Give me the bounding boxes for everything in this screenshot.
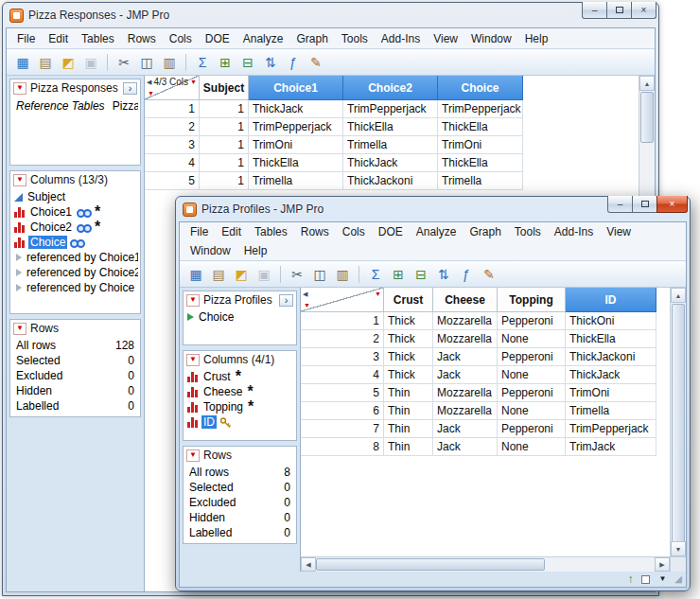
summary-tables-icon[interactable]: Σ [192, 52, 213, 73]
panel-expand-icon[interactable]: › [123, 82, 137, 95]
cell-crust[interactable]: Thick [384, 348, 433, 366]
cell-id[interactable]: ThickElla [566, 330, 656, 348]
menu-item[interactable]: Window [184, 242, 237, 259]
menu-item[interactable]: Edit [42, 30, 75, 47]
cell-choice2[interactable]: TrimPepperjack [343, 100, 438, 118]
menu-item[interactable]: File [184, 223, 215, 240]
cell-topping[interactable]: None [498, 438, 566, 456]
copy-icon[interactable]: ◫ [136, 52, 157, 73]
cell-topping[interactable]: Pepperoni [498, 348, 566, 366]
column-header-cheese[interactable]: Cheese [433, 288, 498, 312]
cell-crust[interactable]: Thin [384, 420, 433, 438]
row-number[interactable]: 6 [301, 402, 384, 420]
close-button[interactable]: × [656, 196, 688, 213]
resize-grip-icon[interactable]: ◢ [674, 574, 682, 584]
column-header-choice1[interactable]: Choice1 [249, 76, 343, 100]
formula-icon[interactable]: ƒ [283, 52, 304, 73]
column-item[interactable]: Choice2 * [12, 220, 138, 235]
cell-subject[interactable]: 1 [200, 118, 249, 136]
menu-item[interactable]: Edit [215, 223, 248, 240]
row-number[interactable]: 1 [145, 100, 200, 118]
cell-cheese[interactable]: Jack [433, 348, 498, 366]
new-journal-icon[interactable]: ▤ [208, 264, 229, 285]
new-data-table-icon[interactable]: ▦ [185, 264, 206, 285]
cell-subject[interactable]: 1 [200, 100, 249, 118]
copy-icon[interactable]: ◫ [309, 264, 330, 285]
cell-crust[interactable]: Thick [384, 312, 433, 330]
cell-id[interactable]: TrimPepperjack [566, 420, 656, 438]
table-row[interactable]: 1 Thick Mozzarella Pepperoni ThickOni [301, 312, 686, 330]
column-item[interactable]: Subject * [12, 189, 138, 204]
cell-choice[interactable]: ThickElla [438, 118, 523, 136]
join-tables-icon[interactable]: ⊟ [237, 52, 258, 73]
sort-icon[interactable]: ⇅ [260, 52, 281, 73]
horizontal-scrollbar[interactable]: ◀ ▶ [301, 556, 670, 572]
column-item[interactable]: referenced by Choice2 * [12, 265, 138, 280]
cell-crust[interactable]: Thick [384, 366, 433, 384]
menu-item[interactable]: View [427, 30, 464, 47]
cell-cheese[interactable]: Mozzarella [433, 402, 498, 420]
cell-crust[interactable]: Thin [384, 438, 433, 456]
sort-icon[interactable]: ⇅ [433, 264, 454, 285]
grid-corner[interactable]: ◀ 4/3 Cols ▼ ▼ [145, 76, 200, 100]
row-number[interactable]: 2 [145, 118, 200, 136]
table-row[interactable]: 5 1 Trimella ThickJackoni Trimella [145, 172, 655, 190]
cell-choice1[interactable]: ThickElla [249, 154, 343, 172]
cell-id[interactable]: ThickOni [566, 312, 656, 330]
formula-icon[interactable]: ƒ [456, 264, 477, 285]
maximize-button[interactable] [632, 196, 657, 213]
menu-item[interactable]: Tools [335, 30, 375, 47]
scroll-thumb[interactable] [316, 558, 545, 571]
menu-item[interactable]: Graph [289, 30, 334, 47]
menu-item[interactable]: Add-Ins [548, 223, 600, 240]
data-grid-icon[interactable]: ⊞ [215, 52, 236, 73]
cell-crust[interactable]: Thick [384, 330, 433, 348]
table-row[interactable]: 2 Thick Mozzarella None ThickElla [301, 330, 686, 348]
column-item[interactable]: Topping * [185, 399, 294, 414]
menu-item[interactable]: Cols [336, 223, 372, 240]
column-header-choice2[interactable]: Choice2 [343, 76, 438, 100]
menu-item[interactable]: Analyze [410, 223, 464, 240]
column-header-crust[interactable]: Crust [384, 288, 433, 312]
table-row[interactable]: 2 1 TrimPepperjack ThickElla ThickElla [145, 118, 655, 136]
red-triangle-menu-icon[interactable]: ▼ [13, 323, 26, 335]
cell-subject[interactable]: 1 [200, 172, 249, 190]
menu-item[interactable]: Rows [121, 30, 163, 47]
row-number[interactable]: 5 [301, 384, 384, 402]
column-item[interactable]: referenced by Choice1 * [12, 250, 138, 265]
cell-choice[interactable]: TrimPepperjack [438, 100, 523, 118]
menu-item[interactable]: Add-Ins [375, 30, 427, 47]
collapse-sidebar-icon[interactable]: ◀ [303, 291, 307, 297]
scroll-thumb[interactable] [640, 92, 654, 143]
new-data-table-icon[interactable]: ▦ [12, 52, 33, 73]
paste-icon[interactable]: ▥ [159, 52, 180, 73]
red-triangle-menu-icon[interactable]: ▼ [13, 174, 26, 186]
row-number[interactable]: 3 [145, 136, 200, 154]
cut-icon[interactable]: ✂ [287, 264, 307, 285]
table-row[interactable]: 7 Thin Jack Pepperoni TrimPepperjack [301, 420, 686, 438]
cell-id[interactable]: TrimJack [566, 438, 656, 456]
row-number[interactable]: 8 [301, 438, 384, 456]
cell-choice[interactable]: Trimella [438, 172, 523, 190]
cell-id[interactable]: ThickJackoni [566, 348, 656, 366]
titlebar[interactable]: Pizza Responses - JMP Pro – × [3, 3, 658, 27]
column-header-topping[interactable]: Topping [498, 288, 566, 312]
cell-cheese[interactable]: Mozzarella [433, 330, 498, 348]
table-row[interactable]: 3 1 TrimOni Trimella TrimOni [145, 136, 655, 154]
join-tables-icon[interactable]: ⊟ [411, 264, 431, 285]
row-number[interactable]: 5 [145, 172, 200, 190]
cell-topping[interactable]: Pepperoni [498, 420, 566, 438]
cell-choice1[interactable]: ThickJack [249, 100, 343, 118]
column-item[interactable]: referenced by Choice * [12, 280, 138, 295]
reference-table-name[interactable]: Pizza Pr [113, 99, 138, 113]
rows-menu-icon[interactable]: ▼ [304, 302, 310, 308]
save-icon[interactable]: ▣ [254, 264, 274, 285]
menu-item[interactable]: Rows [294, 223, 336, 240]
status-menu-icon[interactable]: ▼ [658, 575, 666, 583]
red-triangle-menu-icon[interactable]: ▼ [186, 354, 200, 366]
menu-item[interactable]: DOE [372, 223, 410, 240]
cell-topping[interactable]: None [498, 330, 566, 348]
cell-cheese[interactable]: Mozzarella [433, 312, 498, 330]
script-icon[interactable]: ✎ [306, 52, 326, 73]
open-icon[interactable]: ◩ [231, 264, 252, 285]
